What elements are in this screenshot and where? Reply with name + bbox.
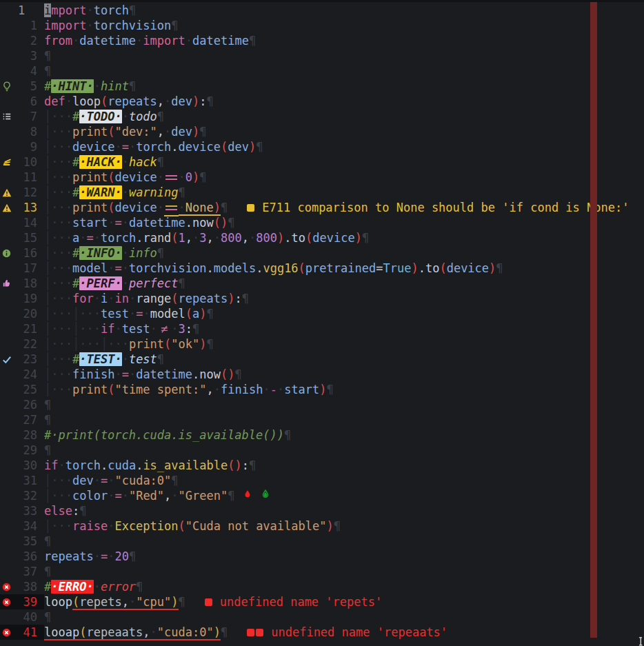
code-row[interactable]: 8│···print("dev:",·dev)¶ <box>0 124 644 139</box>
code-row[interactable]: 30if·torch.cuda.is_available():¶ <box>0 458 644 473</box>
code-row[interactable]: 13│···print(device·==·None)¶E711 compari… <box>0 200 644 215</box>
code-line: ¶ <box>44 48 51 63</box>
code-row[interactable]: 28#·print(torch.cuda.is_available())¶ <box>0 427 644 443</box>
sign-column <box>0 382 18 397</box>
gutter-gap <box>37 79 44 94</box>
diagnostic-square-icon <box>256 629 263 636</box>
code-row[interactable]: 40¶ <box>0 609 644 625</box>
gutter-gap <box>37 336 44 352</box>
gutter-gap <box>37 48 44 63</box>
code-line: │···print("dev:",·dev)¶ <box>44 124 207 139</box>
sign-column <box>0 215 18 230</box>
code-line: else:¶ <box>44 503 86 518</box>
code-row[interactable]: 32│···color·=·"Red",·"Green"¶ <box>0 488 644 503</box>
code-row[interactable]: 12│···#·WARN··warning¶ <box>0 185 644 200</box>
list-icon <box>0 109 18 124</box>
sign-column <box>0 139 18 154</box>
code-row[interactable]: 19│···for·i·in·range(repeats):¶ <box>0 291 644 306</box>
line-number: 1 <box>18 3 37 18</box>
code-row[interactable]: 16│···#·INFO··info¶ <box>0 245 644 261</box>
code-row[interactable]: 11│···print(device·==·0)¶ <box>0 170 644 185</box>
line-number: 34 <box>18 518 37 534</box>
code-line: ¶ <box>44 564 51 579</box>
code-row[interactable]: 37¶ <box>0 564 644 579</box>
code-row[interactable]: 17│···model·=·torchvision.models.vgg16(p… <box>0 261 644 276</box>
code-line: loop(repets,·"cpu")¶ <box>44 594 185 609</box>
code-row[interactable]: 34│···raise·Exception("Cuda not availabl… <box>0 518 644 534</box>
gutter-gap <box>37 609 44 625</box>
check-icon <box>0 352 18 367</box>
code-row[interactable]: 1import·torch¶ <box>0 3 644 18</box>
code-row[interactable]: 27¶ <box>0 412 644 427</box>
code-row[interactable]: 18│···#·PERF··perfect¶ <box>0 276 644 291</box>
code-row[interactable]: 33else:¶ <box>0 503 644 518</box>
code-row[interactable]: 7│···#·TODO··todo¶ <box>0 109 644 124</box>
code-line: │···color·=·"Red",·"Green"¶ <box>44 488 235 503</box>
sign-column <box>0 261 18 276</box>
code-row[interactable]: 6def·loop(repeats,·dev):¶ <box>0 94 644 109</box>
code-line: │···dev·=·"cuda:0"¶ <box>44 473 179 488</box>
code-row[interactable]: 3¶ <box>0 48 644 63</box>
code-row[interactable]: 23│···#·TEST··test¶ <box>0 352 644 367</box>
code-row[interactable]: 36repeats·=·20¶ <box>0 549 644 564</box>
stack-icon <box>0 154 18 170</box>
code-row[interactable]: 20│···│···test·=·model(a)¶ <box>0 306 644 321</box>
code-row[interactable]: 39loop(repets,·"cpu")¶undefined name 're… <box>0 594 644 609</box>
code-row[interactable]: 31│···dev·=·"cuda:0"¶ <box>0 473 644 488</box>
code-line: ¶ <box>44 63 51 79</box>
line-number: 17 <box>18 261 37 276</box>
code-line: │···#·TEST··test¶ <box>44 352 164 367</box>
code-row[interactable]: 9│···device·=·torch.device(dev)¶ <box>0 139 644 154</box>
code-row[interactable]: 1import·torchvision¶ <box>0 18 644 33</box>
code-line: import·torchvision¶ <box>44 18 179 33</box>
code-line: ¶ <box>44 609 51 625</box>
code-row[interactable]: 29¶ <box>0 443 644 458</box>
warning-triangle-icon <box>0 200 18 215</box>
code-line: │···for·i·in·range(repeats):¶ <box>44 291 249 306</box>
code-line: if·torch.cuda.is_available():¶ <box>44 458 256 473</box>
line-number: 13 <box>18 200 37 215</box>
error-circle-icon <box>0 625 18 640</box>
warning-triangle-icon <box>0 185 18 200</box>
code-row[interactable]: 15│···a·=·torch.rand(1,·3,·800,·800).to(… <box>0 230 644 245</box>
sign-column <box>0 63 18 79</box>
sign-column <box>0 609 18 625</box>
sign-column <box>0 18 18 33</box>
line-number: 39 <box>18 594 37 609</box>
editor-viewport[interactable]: 1import·torch¶1import·torchvision¶2from·… <box>0 3 644 640</box>
line-number: 29 <box>18 443 37 458</box>
line-number: 18 <box>18 276 37 291</box>
code-row[interactable]: 24│···finish·=·datetime.now()¶ <box>0 367 644 382</box>
code-line: #·HINT··hint¶ <box>44 79 136 94</box>
line-number: 36 <box>18 549 37 564</box>
code-row[interactable]: 26¶ <box>0 397 644 412</box>
code-row[interactable]: 10│···#·HACK··hack¶ <box>0 154 644 170</box>
gutter-gap <box>37 412 44 427</box>
gutter-gap <box>37 534 44 549</box>
sign-column <box>0 518 18 534</box>
code-row[interactable]: 14│···start·=·datetime.now()¶ <box>0 215 644 230</box>
code-row[interactable]: 35¶ <box>0 534 644 549</box>
code-row[interactable]: 5#·HINT··hint¶ <box>0 79 644 94</box>
code-line: ¶ <box>44 443 51 458</box>
line-number: 4 <box>18 63 37 79</box>
code-row[interactable]: 21│···│···if·test·≠·3:¶ <box>0 321 644 336</box>
gutter-gap <box>37 443 44 458</box>
code-line: repeats·=·20¶ <box>44 549 136 564</box>
color-column <box>590 2 597 638</box>
code-row[interactable]: 2from·datetime·import·datetime¶ <box>0 33 644 48</box>
code-row[interactable]: 25│···print("time spent:",·finish·-·star… <box>0 382 644 397</box>
code-line: │···model·=·torchvision.models.vgg16(pre… <box>44 261 503 276</box>
code-line: │···│···if·test·≠·3:¶ <box>44 321 199 336</box>
code-line: #·ERRO··error¶ <box>44 579 143 594</box>
line-number: 28 <box>18 427 37 443</box>
code-line: │···│···test·=·model(a)¶ <box>44 306 214 321</box>
code-row[interactable]: 4¶ <box>0 63 644 79</box>
sign-column <box>0 291 18 306</box>
code-row[interactable]: 41looap(repeaats,·"cuda:0")¶undefined na… <box>0 625 644 640</box>
code-row[interactable]: 22│···│···│···print("ok")¶ <box>0 336 644 352</box>
code-row[interactable]: 38#·ERRO··error¶ <box>0 579 644 594</box>
line-number: 23 <box>18 352 37 367</box>
sign-column <box>0 443 18 458</box>
sign-column <box>0 170 18 185</box>
